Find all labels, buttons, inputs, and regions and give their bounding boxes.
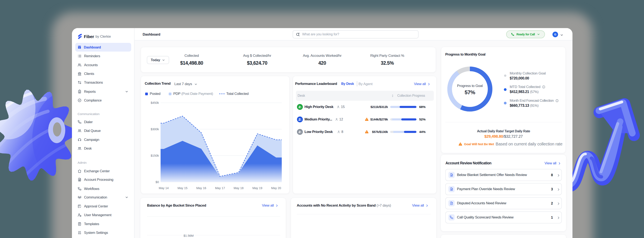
svg-text:May 15: May 15 [178, 186, 188, 190]
svg-text:$0: $0 [156, 180, 159, 184]
svg-text:May 14: May 14 [159, 186, 169, 190]
svg-text:May 20: May 20 [271, 186, 281, 190]
svg-text:May 18: May 18 [234, 186, 244, 190]
svg-text:May 19: May 19 [252, 186, 262, 190]
svg-text:May 16: May 16 [196, 186, 206, 190]
svg-text:$450k: $450k [150, 101, 159, 105]
svg-text:$300k: $300k [150, 127, 159, 131]
svg-text:$150k: $150k [150, 154, 159, 157]
svg-text:May 17: May 17 [215, 186, 225, 190]
